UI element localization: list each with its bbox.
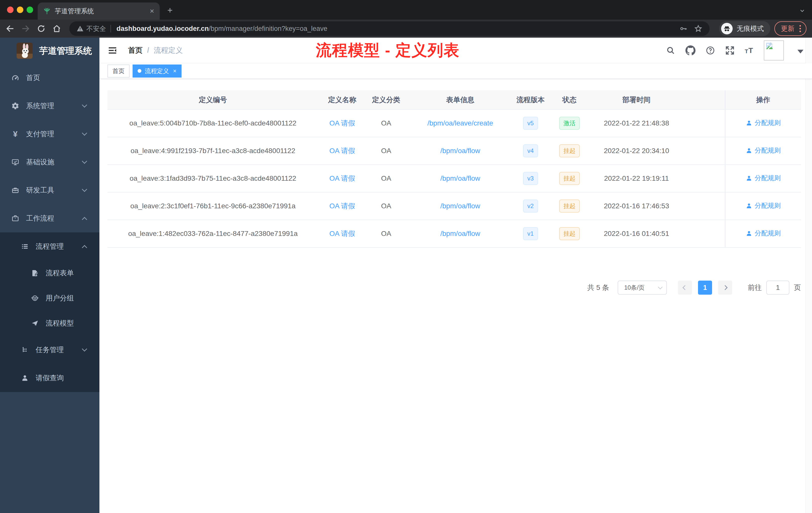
breadcrumb: 首页 / 流程定义 <box>128 46 183 56</box>
form-link[interactable]: /bpm/oa/flow <box>440 202 480 210</box>
chevron-down-icon <box>82 186 87 192</box>
yen-icon: ¥ <box>11 130 20 138</box>
user-icon <box>21 374 29 382</box>
assign-rule-link[interactable]: 分配规则 <box>746 201 781 210</box>
sidebar-item-system[interactable]: 系统管理 <box>0 92 99 120</box>
definition-id-cell: oa_leave:1:482ec033-762a-11ec-8477-a2380… <box>108 220 318 247</box>
sidebar: 芋道管理系统 首页 系统管理 ¥ 支付管理 基础设施 <box>0 38 99 513</box>
category-cell: OA <box>366 110 406 137</box>
user-icon <box>746 147 752 154</box>
category-cell: OA <box>366 137 406 164</box>
avatar[interactable] <box>764 40 784 60</box>
deploy-time-cell: 2022-01-22 20:34:10 <box>592 137 681 164</box>
prev-page-button[interactable] <box>678 280 692 295</box>
form-link[interactable]: /bpm/oa/leave/create <box>427 119 493 127</box>
briefcase-icon <box>11 214 20 222</box>
definition-name-link[interactable]: OA 请假 <box>329 147 355 155</box>
update-label: 更新 <box>781 24 794 33</box>
sidebar-item-infrastructure[interactable]: 基础设施 <box>0 148 99 176</box>
browser-tab[interactable]: 芋道管理系统 × <box>38 2 160 20</box>
new-tab-button[interactable] <box>166 6 174 14</box>
avatar-caret-icon[interactable] <box>798 50 804 54</box>
fullscreen-icon[interactable] <box>725 46 735 55</box>
sidebar-item-devtools[interactable]: 研发工具 <box>0 176 99 204</box>
form-link[interactable]: /bpm/oa/flow <box>440 175 480 182</box>
sidebar-item-home[interactable]: 首页 <box>0 64 99 92</box>
version-tag: v1 <box>523 227 538 240</box>
key-icon[interactable] <box>679 25 688 33</box>
chevron-down-icon <box>82 130 87 135</box>
header-action: 操作 <box>725 90 801 110</box>
chevron-down-icon <box>82 102 87 108</box>
minimize-window-button[interactable] <box>17 6 23 13</box>
sidebar-item-process-form[interactable]: 流程表单 <box>0 261 99 285</box>
forward-button[interactable] <box>21 24 30 33</box>
address-bar[interactable]: 不安全 dashboard.yudao.iocoder.cn/bpm/manag… <box>69 21 709 36</box>
goto-page-input[interactable] <box>766 280 789 295</box>
window-controls[interactable] <box>7 6 33 13</box>
annotation-title: 流程模型 - 定义列表 <box>316 40 460 61</box>
header-filler <box>681 90 725 110</box>
definition-name-link[interactable]: OA 请假 <box>329 175 355 182</box>
form-link[interactable]: /bpm/oa/flow <box>440 230 480 237</box>
close-window-button[interactable] <box>7 6 13 13</box>
definition-name-link[interactable]: OA 请假 <box>329 202 355 210</box>
tab-list-caret-icon[interactable] <box>799 7 806 14</box>
sidebar-item-user-group[interactable]: 用户分组 <box>0 285 99 311</box>
user-icon <box>746 120 752 126</box>
tab-close-icon[interactable]: × <box>150 7 154 15</box>
browser-chrome: 芋道管理系统 × 不安全 dashboard.yudao.iocoder.cn/… <box>0 0 812 38</box>
sidebar-item-process-management[interactable]: 流程管理 <box>0 233 99 261</box>
font-size-icon[interactable]: TT <box>745 46 753 55</box>
definition-name-link[interactable]: OA 请假 <box>329 119 355 127</box>
tag-close-icon[interactable]: × <box>173 67 176 74</box>
user-icon <box>746 230 752 237</box>
tag-process-definition[interactable]: 流程定义 × <box>133 64 181 78</box>
definition-id-cell: oa_leave:3:1fad3d93-7b75-11ec-a3c8-acde4… <box>108 164 318 192</box>
update-button[interactable]: 更新 <box>774 21 807 36</box>
definition-name-link[interactable]: OA 请假 <box>329 230 355 237</box>
toolbox-icon <box>11 186 20 194</box>
breadcrumb-home[interactable]: 首页 <box>128 46 143 56</box>
github-icon[interactable] <box>686 46 696 56</box>
bookmark-star-icon[interactable] <box>694 24 702 33</box>
search-icon[interactable] <box>666 46 675 55</box>
sidebar-item-leave-query[interactable]: 请假查询 <box>0 364 99 392</box>
sidebar-item-payment[interactable]: ¥ 支付管理 <box>0 120 99 148</box>
home-button[interactable] <box>52 24 61 33</box>
page-1-button[interactable]: 1 <box>698 280 712 295</box>
page-size-select[interactable]: 10条/页 <box>618 280 667 295</box>
status-badge: 挂起 <box>559 172 580 185</box>
assign-rule-link[interactable]: 分配规则 <box>746 146 781 155</box>
help-icon[interactable] <box>705 46 715 55</box>
assign-rule-link[interactable]: 分配规则 <box>746 174 781 182</box>
sidebar-item-task-management[interactable]: 任务管理 <box>0 336 99 364</box>
active-dot-icon <box>138 69 141 73</box>
app-logo[interactable]: 芋道管理系统 <box>0 38 99 64</box>
table-header-row: 定义编号 定义名称 定义分类 表单信息 流程版本 状态 部署时间 操作 <box>108 90 801 110</box>
version-tag: v3 <box>523 172 538 185</box>
header-form-info: 表单信息 <box>406 90 514 110</box>
version-tag: v5 <box>523 117 538 130</box>
sidebar-item-process-model[interactable]: 流程模型 <box>0 311 99 336</box>
chevron-down-icon <box>82 346 87 351</box>
sidebar-item-workflow[interactable]: 工作流程 <box>0 204 99 233</box>
assign-rule-link[interactable]: 分配规则 <box>746 229 781 238</box>
reload-button[interactable] <box>37 24 46 33</box>
browser-menu-icon[interactable] <box>799 24 802 33</box>
chevron-down-icon <box>82 158 87 163</box>
table-row: oa_leave:5:004b710b-7b8a-11ec-8ef0-acde4… <box>108 110 801 137</box>
hamburger-icon[interactable] <box>108 46 117 56</box>
broken-image-icon <box>765 42 774 50</box>
zoom-window-button[interactable] <box>27 6 33 13</box>
definition-id-cell: oa_leave:2:3c1f0ef1-76b1-11ec-9c66-a2380… <box>108 192 318 220</box>
version-tag: v4 <box>523 144 538 157</box>
tag-home[interactable]: 首页 <box>108 64 129 78</box>
page-scrollbar[interactable] <box>806 38 812 513</box>
site-favicon-icon <box>43 7 51 15</box>
assign-rule-link[interactable]: 分配规则 <box>746 118 781 127</box>
tab-title: 芋道管理系统 <box>55 7 147 16</box>
next-page-button[interactable] <box>718 280 732 295</box>
form-link[interactable]: /bpm/oa/flow <box>440 147 480 155</box>
back-button[interactable] <box>5 24 14 33</box>
